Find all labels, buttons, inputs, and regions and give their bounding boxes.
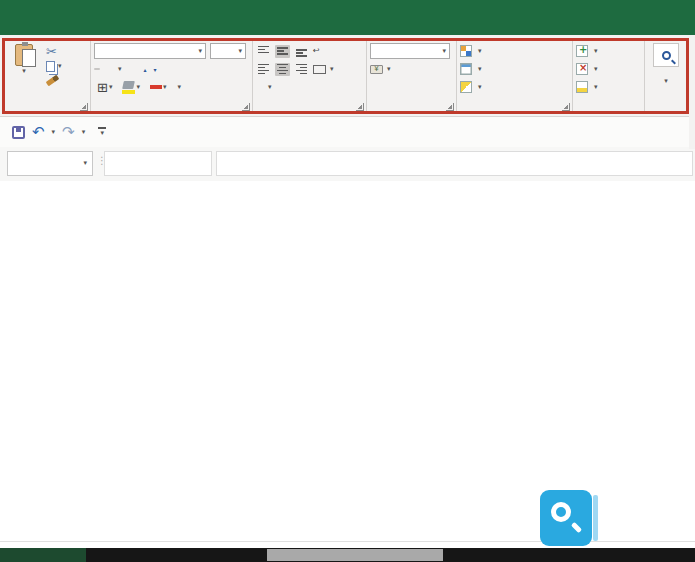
currency-format-icon[interactable]: ¥ [370,65,383,74]
ribbon: ✂ [0,35,695,117]
right-edge-panel [689,75,695,149]
watermark [540,490,695,552]
insert-cells-button[interactable] [576,42,641,60]
alignment-dialog-launcher[interactable] [356,103,364,111]
dropdown-caret-icon [118,66,122,73]
delete-cells-icon [576,63,588,75]
paste-button[interactable] [8,44,40,83]
merge-center-button[interactable] [313,65,326,74]
shrink-font-button[interactable] [149,68,155,70]
alignment-group: ↩ [253,41,367,113]
borders-button[interactable]: ⊞ [94,80,115,95]
clipboard-icon [15,44,33,66]
number-group: ¥ [367,41,457,113]
format-as-table-icon [460,63,472,75]
formula-input[interactable] [216,151,693,176]
styles-dialog-launcher[interactable] [562,103,570,111]
dropdown-caret-icon [664,77,668,85]
dropdown-caret-icon [136,84,140,91]
dropdown-caret-icon [198,48,202,55]
insert-cells-icon [576,45,588,57]
align-left-button[interactable] [256,63,271,76]
fill-color-icon [122,81,135,94]
dropdown-caret-icon [478,48,482,55]
cells-group [573,41,645,113]
find-select-button[interactable] [653,43,679,67]
dropdown-caret-icon [83,160,87,167]
dropdown-caret-icon [58,63,62,70]
italic-button[interactable] [104,68,110,70]
formula-bar: ⋮ [0,147,695,181]
magnifier-icon [662,51,671,60]
delete-cells-button[interactable] [576,60,641,78]
dropdown-caret-icon [594,48,598,55]
format-as-table-button[interactable] [460,60,569,78]
font-name-select[interactable] [94,43,206,59]
spreadsheet-grid [0,181,695,541]
cell-styles-button[interactable] [460,78,569,96]
align-top-button[interactable] [256,45,271,58]
dropdown-caret-icon [52,129,56,136]
formula-buttons [104,151,212,176]
font-group: ⊞ [91,41,253,113]
conditional-format-icon [460,45,472,57]
font-color-button[interactable] [147,83,170,92]
bold-button[interactable] [94,68,100,70]
phonetic-button[interactable] [173,83,184,92]
font-color-icon [150,85,162,89]
editing-group [645,41,687,113]
scrollbar-left-cap [0,548,86,562]
font-dialog-launcher[interactable] [242,103,250,111]
dropdown-caret-icon [330,66,334,73]
clipboard-dialog-launcher[interactable] [80,103,88,111]
styles-group [457,41,573,113]
dropdown-caret-icon [82,129,86,136]
cut-icon[interactable]: ✂ [46,45,62,58]
dropdown-caret-icon [177,84,181,91]
name-box[interactable] [7,151,93,176]
wrap-text-button[interactable]: ↩ [313,47,320,55]
dropdown-caret-icon [22,68,26,75]
font-size-select[interactable] [210,43,246,59]
cell-styles-icon [460,81,472,93]
number-dialog-launcher[interactable] [446,103,454,111]
menubar [0,0,695,35]
quick-access-toolbar: ↶ ↷ [0,117,695,147]
dropdown-caret-icon [163,84,167,91]
redo-icon[interactable]: ↷ [62,125,75,140]
watermark-book-icon [540,490,592,546]
dropdown-caret-icon [109,84,113,91]
copy-icon[interactable] [46,61,55,72]
dropdown-caret-icon [594,66,598,73]
dropdown-caret-icon [238,48,242,55]
clipboard-group: ✂ [5,41,91,113]
watermark-magnifier-icon [551,502,571,522]
dropdown-caret-icon [268,84,272,91]
align-center-button[interactable] [275,63,290,76]
number-format-select[interactable] [370,43,450,59]
undo-icon[interactable]: ↶ [32,125,45,140]
conditional-format-button[interactable] [460,42,569,60]
format-cells-icon [576,81,588,93]
grow-font-button[interactable] [139,68,145,70]
align-right-button[interactable] [294,63,309,76]
dropdown-caret-icon [442,48,446,55]
align-middle-button[interactable] [275,45,290,58]
align-bottom-button[interactable] [294,45,309,58]
save-icon[interactable] [12,126,25,139]
dropdown-caret-icon [387,66,391,73]
customize-toolbar-icon[interactable] [98,127,106,137]
fill-color-button[interactable] [119,80,143,95]
underline-button[interactable] [114,65,125,74]
dropdown-caret-icon [478,84,482,91]
dropdown-caret-icon [478,66,482,73]
borders-icon: ⊞ [97,81,108,94]
dropdown-caret-icon [594,84,598,91]
format-painter-icon[interactable] [46,75,60,87]
format-cells-button[interactable] [576,78,641,96]
scrollbar-thumb[interactable] [267,549,443,561]
